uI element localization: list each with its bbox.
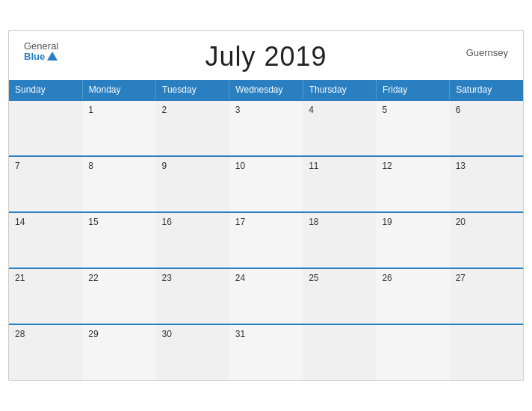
- calendar-cell: 12: [376, 156, 449, 212]
- logo-triangle-icon: [47, 52, 58, 61]
- calendar-cell: 21: [9, 268, 82, 324]
- calendar-table: SundayMondayTuesdayWednesdayThursdayFrid…: [9, 80, 523, 380]
- calendar-cell: 5: [376, 100, 449, 156]
- weekday-header-thursday: Thursday: [303, 80, 376, 100]
- calendar-cell: 4: [303, 100, 376, 156]
- calendar-cell: 7: [9, 156, 82, 212]
- day-number: 7: [15, 161, 20, 171]
- day-number: 28: [15, 329, 25, 339]
- day-number: 31: [235, 329, 245, 339]
- calendar-cell: 19: [376, 212, 449, 268]
- calendar-cell: 10: [229, 156, 303, 212]
- weekday-header-row: SundayMondayTuesdayWednesdayThursdayFrid…: [9, 80, 523, 100]
- calendar-cell: 28: [9, 324, 82, 380]
- calendar-cell: 9: [156, 156, 229, 212]
- weekday-header-wednesday: Wednesday: [229, 80, 303, 100]
- weekday-header-friday: Friday: [376, 80, 449, 100]
- day-number: 27: [456, 273, 466, 283]
- month-title: July 2019: [205, 41, 327, 72]
- calendar-cell: [376, 324, 449, 380]
- day-number: 22: [88, 273, 98, 283]
- weekday-header-saturday: Saturday: [450, 80, 523, 100]
- calendar-cell: 16: [156, 212, 229, 268]
- day-number: 19: [382, 217, 392, 227]
- day-number: 18: [309, 217, 318, 227]
- day-number: 21: [15, 273, 25, 283]
- calendar-cell: 18: [303, 212, 376, 268]
- day-number: 12: [382, 161, 392, 171]
- calendar-cell: 17: [229, 212, 303, 268]
- weekday-header-tuesday: Tuesday: [156, 80, 229, 100]
- day-number: 17: [235, 217, 245, 227]
- calendar-cell: 8: [82, 156, 155, 212]
- calendar-cell: 29: [82, 324, 155, 380]
- calendar-cell: 31: [229, 324, 303, 380]
- calendar-cell: 27: [450, 268, 523, 324]
- day-number: 16: [162, 217, 172, 227]
- day-number: 3: [235, 105, 241, 115]
- day-number: 1: [88, 105, 93, 115]
- calendar-cell: 2: [156, 100, 229, 156]
- calendar-cell: 14: [9, 212, 82, 268]
- calendar-cell: [450, 324, 523, 380]
- week-row-1: 123456: [9, 100, 523, 156]
- day-number: 20: [456, 217, 466, 227]
- calendar-cell: [9, 100, 82, 156]
- calendar-cell: 15: [82, 212, 155, 268]
- calendar-header: General Blue July 2019 Guernsey: [9, 31, 523, 80]
- day-number: 9: [162, 161, 167, 171]
- logo-blue-text: Blue: [24, 52, 45, 62]
- week-row-5: 28293031: [9, 324, 523, 380]
- day-number: 11: [309, 161, 318, 171]
- week-row-4: 21222324252627: [9, 268, 523, 324]
- weekday-header-monday: Monday: [82, 80, 155, 100]
- calendar-cell: 30: [156, 324, 229, 380]
- calendar-cell: 20: [450, 212, 523, 268]
- week-row-2: 78910111213: [9, 156, 523, 212]
- day-number: 14: [15, 217, 25, 227]
- day-number: 30: [162, 329, 172, 339]
- day-number: 29: [88, 329, 98, 339]
- calendar-cell: 11: [303, 156, 376, 212]
- day-number: 10: [235, 161, 245, 171]
- region-label: Guernsey: [466, 47, 508, 58]
- logo: General Blue: [24, 41, 58, 63]
- day-number: 25: [309, 273, 318, 283]
- calendar-cell: 3: [229, 100, 303, 156]
- calendar-cell: 6: [450, 100, 523, 156]
- calendar-cell: 22: [82, 268, 155, 324]
- day-number: 24: [235, 273, 245, 283]
- calendar: General Blue July 2019 Guernsey SundayMo…: [8, 30, 524, 381]
- day-number: 26: [382, 273, 392, 283]
- day-number: 4: [309, 105, 314, 115]
- day-number: 13: [456, 161, 466, 171]
- calendar-cell: 13: [450, 156, 523, 212]
- calendar-cell: 26: [376, 268, 449, 324]
- week-row-3: 14151617181920: [9, 212, 523, 268]
- day-number: 2: [162, 105, 167, 115]
- calendar-cell: 23: [156, 268, 229, 324]
- day-number: 23: [162, 273, 172, 283]
- calendar-cell: 1: [82, 100, 155, 156]
- logo-general-text: General: [24, 41, 58, 52]
- calendar-cell: 25: [303, 268, 376, 324]
- day-number: 6: [456, 105, 461, 115]
- day-number: 15: [88, 217, 98, 227]
- weekday-header-sunday: Sunday: [9, 80, 82, 100]
- calendar-cell: [303, 324, 376, 380]
- day-number: 5: [382, 105, 387, 115]
- calendar-cell: 24: [229, 268, 303, 324]
- day-number: 8: [88, 161, 93, 171]
